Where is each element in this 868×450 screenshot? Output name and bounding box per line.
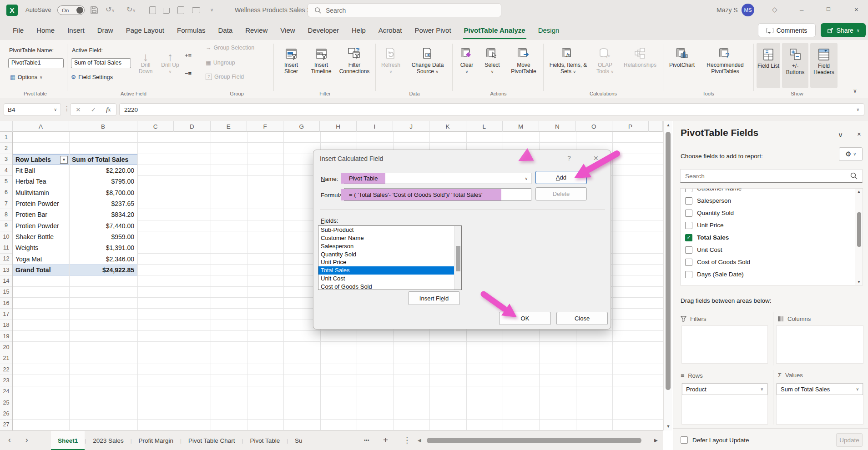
pane-field-salesperson[interactable]: Salesperson <box>681 195 855 207</box>
col-header-D[interactable]: D <box>174 121 210 132</box>
clear-button[interactable]: Clear∨ <box>455 43 478 75</box>
pane-scroll-thumb[interactable] <box>857 212 861 247</box>
col-header-H[interactable]: H <box>320 121 356 132</box>
row-header-16[interactable]: 16 <box>0 298 12 309</box>
ribbon-tab-acrobat[interactable]: Acrobat <box>372 20 409 40</box>
change-data-source-button[interactable]: Change Data Source ∨ <box>405 43 450 75</box>
pane-field-days-sale-date[interactable]: Days (Sale Date) <box>681 268 855 280</box>
pivot-row-protien-powder[interactable]: Protien Powder$7,440.00 <box>13 220 137 231</box>
dialog-field-sub-product[interactable]: Sub-Product <box>318 226 461 234</box>
pane-scroll-down-icon[interactable]: ▼ <box>855 280 863 284</box>
maximize-button[interactable]: □ <box>827 5 830 12</box>
row-header-3[interactable]: 3 <box>0 154 12 165</box>
pivot-row-protein-powder[interactable]: Protein Powder$237.65 <box>13 198 137 209</box>
row-header-15[interactable]: 15 <box>0 287 12 298</box>
ribbon-tab-design[interactable]: Design <box>532 20 566 40</box>
expand-field-button[interactable]: +≡ <box>185 52 192 59</box>
pane-field-unit-price[interactable]: Unit Price <box>681 219 855 231</box>
filter-connections-button[interactable]: Filter Connections <box>335 43 374 75</box>
filters-area-box[interactable] <box>681 325 768 364</box>
minimize-button[interactable]: – <box>800 5 803 13</box>
pane-collapse-icon[interactable]: ∨ <box>838 131 843 139</box>
ribbon-tab-power-pivot[interactable]: Power Pivot <box>409 20 458 40</box>
dialog-field-salesperson[interactable]: Salesperson <box>318 242 461 250</box>
document-title[interactable]: Wellness Products Sales 20... <box>235 6 319 14</box>
dialog-field-unit-cost[interactable]: Unit Cost <box>318 275 461 283</box>
pivotchart-button[interactable]: PivotChart <box>665 43 699 68</box>
options-button[interactable]: ▦Options∨ <box>10 74 43 80</box>
col-header-I[interactable]: I <box>357 121 393 132</box>
row-header-12[interactable]: 12 <box>0 254 12 265</box>
plus-minus-buttons-toggle[interactable]: +/- Buttons <box>782 43 808 88</box>
columns-area-box[interactable] <box>776 325 863 364</box>
col-header-G[interactable]: G <box>283 121 320 132</box>
dialog-field-customer-name[interactable]: Customer Name <box>318 234 461 242</box>
ribbon-tab-data[interactable]: Data <box>212 20 239 40</box>
insert-field-button[interactable]: Insert Field <box>408 291 460 305</box>
dialog-field-quantity-sold[interactable]: Quantity Sold <box>318 250 461 258</box>
pane-search-input[interactable]: Search <box>680 169 863 183</box>
select-all-corner[interactable] <box>0 121 13 132</box>
fields-items-sets-button[interactable]: fx Fields, Items, & Sets ∨ <box>546 43 590 75</box>
defer-layout-checkbox[interactable] <box>681 436 688 444</box>
ribbon-tab-draw[interactable]: Draw <box>91 20 120 40</box>
values-area-box[interactable]: Sum of Total Sales∨ <box>776 383 863 425</box>
col-header-A[interactable]: A <box>13 121 69 132</box>
undo-icon[interactable]: ↺∨ <box>106 5 115 14</box>
checkbox-unit-cost[interactable] <box>685 246 692 254</box>
dialog-field-unit-price[interactable]: Unit Price <box>318 258 461 266</box>
ribbon-tab-page-layout[interactable]: Page Layout <box>120 20 171 40</box>
autosave-toggle[interactable]: On <box>57 5 85 15</box>
delete-button[interactable]: Delete <box>535 187 587 200</box>
ribbon-tab-review[interactable]: Review <box>239 20 274 40</box>
col-header-P[interactable]: P <box>612 121 649 132</box>
recommended-pivottables-button[interactable]: ? Recommended PivotTables <box>700 43 751 75</box>
sheet-tab-su[interactable]: Su <box>288 431 309 450</box>
collapse-ribbon-icon[interactable]: ∨ <box>853 88 857 94</box>
col-header-F[interactable]: F <box>247 121 283 132</box>
excel-logo-icon[interactable]: X <box>6 5 18 16</box>
scroll-down-icon[interactable]: ▼ <box>664 424 673 429</box>
pane-close-icon[interactable]: × <box>857 130 861 138</box>
drill-down-button[interactable]: ↓ Drill Down <box>135 43 156 75</box>
checkbox-salesperson[interactable] <box>685 197 692 205</box>
vertical-scroll-thumb[interactable] <box>666 132 671 390</box>
row-header-5[interactable]: 5 <box>0 176 12 187</box>
row-header-18[interactable]: 18 <box>0 320 12 331</box>
scroll-up-icon[interactable]: ▲ <box>664 123 673 127</box>
ribbon-tab-home[interactable]: Home <box>30 20 61 40</box>
refresh-button[interactable]: Refresh∨ <box>378 43 404 75</box>
redo-icon[interactable]: ↻∨ <box>126 5 136 14</box>
select-button[interactable]: Select∨ <box>480 43 505 75</box>
row-header-14[interactable]: 14 <box>0 275 12 286</box>
row-header-26[interactable]: 26 <box>0 408 12 419</box>
sheet-tab-profit-margin[interactable]: Profit Margin <box>132 431 181 450</box>
row-header-23[interactable]: 23 <box>0 375 12 386</box>
group-field-button[interactable]: 7Group Field <box>206 74 244 80</box>
row-header-8[interactable]: 8 <box>0 209 12 220</box>
sheet-tab-2023-sales[interactable]: 2023 Sales <box>86 431 131 450</box>
prev-sheet-icon[interactable]: ‹ <box>8 435 11 445</box>
col-header-C[interactable]: C <box>137 121 174 132</box>
collapse-field-button[interactable]: −≡ <box>185 70 192 77</box>
horizontal-scroll-thumb[interactable] <box>427 438 641 443</box>
dialog-help-icon[interactable]: ? <box>567 155 571 162</box>
close-button-dialog[interactable]: Close <box>556 312 608 325</box>
drill-up-button[interactable]: ↑ Drill Up ∨ <box>159 43 181 75</box>
open-folder-icon[interactable] <box>163 8 170 14</box>
checkbox-unit-price[interactable] <box>685 222 692 229</box>
col-header-K[interactable]: K <box>429 121 466 132</box>
close-button[interactable]: × <box>854 5 858 13</box>
row-header-10[interactable]: 10 <box>0 231 12 242</box>
checkbox-cost-of-goods-sold[interactable] <box>685 259 692 266</box>
values-field-sum-of-total-sales[interactable]: Sum of Total Sales∨ <box>777 383 863 395</box>
share-mail-icon[interactable] <box>192 7 200 13</box>
row-header-9[interactable]: 9 <box>0 220 12 231</box>
relationships-button[interactable]: Relationships <box>620 43 660 68</box>
row-header-21[interactable]: 21 <box>0 353 12 364</box>
name-box[interactable]: B4∨ <box>4 103 61 116</box>
ribbon-tab-view[interactable]: View <box>274 20 301 40</box>
ok-button[interactable]: OK <box>499 312 551 325</box>
update-button[interactable]: Update <box>836 433 863 447</box>
ribbon-tab-pivottable-analyze[interactable]: PivotTable Analyze <box>458 20 532 40</box>
